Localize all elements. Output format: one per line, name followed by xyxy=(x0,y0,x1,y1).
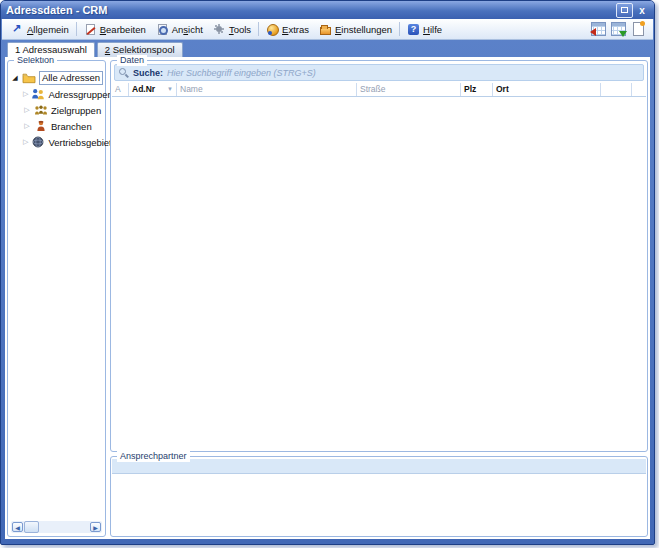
tree-item-zielgruppen[interactable]: ▷Zielgruppen xyxy=(11,102,103,118)
tree-item-label: Adressgruppen xyxy=(48,89,112,100)
menubar-right xyxy=(591,22,649,36)
daten-panel: Daten Suche: Hier Suchbegriff eingeben (… xyxy=(110,60,648,452)
expander-icon[interactable]: ◢ xyxy=(11,74,19,82)
expander-icon[interactable]: ▷ xyxy=(23,106,31,114)
people-two-icon xyxy=(31,88,45,100)
search-label: Suche: xyxy=(133,68,163,78)
search-input[interactable]: Suche: Hier Suchbegriff eingeben (STRG+S… xyxy=(114,64,644,81)
import-address-table-icon[interactable] xyxy=(611,22,626,36)
industry-person-icon xyxy=(34,120,48,132)
address-grid-header: AAd.Nr▼NameStraßePlzOrt xyxy=(112,83,646,97)
scroll-right-icon[interactable]: ▶ xyxy=(90,522,101,532)
scrollbar-thumb[interactable] xyxy=(24,521,39,533)
people-three-icon xyxy=(34,104,48,116)
edit-page-icon xyxy=(86,24,95,35)
column-header-ort[interactable]: Ort xyxy=(493,83,601,96)
menu-label: Hilfe xyxy=(423,24,442,35)
export-address-table-icon[interactable] xyxy=(591,22,606,36)
contacts-side-scrollbar xyxy=(633,477,646,534)
tree-item-label: Zielgruppen xyxy=(51,105,101,116)
menu-item-bearbeiten[interactable]: Bearbeiten xyxy=(79,21,151,38)
content-area: Selektion ◢Alle Adressen▷Adressgruppen▷Z… xyxy=(5,57,650,539)
close-button[interactable]: x xyxy=(635,4,649,17)
menu-label: Tools xyxy=(229,24,251,35)
column-header-strasse[interactable]: Straße xyxy=(357,83,461,96)
search-placeholder: Hier Suchbegriff eingeben (STRG+S) xyxy=(167,68,316,78)
menu-bar: AllgemeinBearbeitenAnsichtToolsExtrasEin… xyxy=(2,19,653,40)
menu-label: Ansicht xyxy=(172,24,203,35)
new-document-icon[interactable] xyxy=(633,22,644,36)
tree-item-root[interactable]: ◢Alle Adressen xyxy=(11,70,103,86)
menu-item-tools[interactable]: Tools xyxy=(208,21,256,38)
tree-item-vertriebsgebiete[interactable]: ▷Vertriebsgebiete xyxy=(11,134,103,150)
menu-item-ansicht[interactable]: Ansicht xyxy=(151,21,208,38)
sort-desc-icon: ▼ xyxy=(167,83,173,96)
scroll-left-icon[interactable]: ◀ xyxy=(12,522,23,532)
tab-row: 1 Adressauswahl2 Selektionspool xyxy=(7,41,183,57)
column-header-name[interactable]: Name xyxy=(177,83,357,96)
ansprechpartner-panel: Ansprechpartner xyxy=(110,456,648,537)
screen: Adressdaten - CRM x AllgemeinBearbeitenA… xyxy=(0,0,659,548)
tree-item-branchen[interactable]: ▷Branchen xyxy=(11,118,103,134)
tree-item-label: Vertriebsgebiete xyxy=(48,137,117,148)
menu-item-extras[interactable]: Extras xyxy=(261,21,314,38)
tree: ◢Alle Adressen▷Adressgruppen▷Zielgruppen… xyxy=(8,61,105,152)
menu-label: Bearbeiten xyxy=(100,24,146,35)
menu-items: AllgemeinBearbeitenAnsichtToolsExtrasEin… xyxy=(6,21,447,38)
restore-icon xyxy=(621,7,628,13)
app-window: Adressdaten - CRM x AllgemeinBearbeitenA… xyxy=(0,0,655,545)
globe-icon xyxy=(31,136,45,148)
tree-root-label: Alle Adressen xyxy=(39,71,103,85)
address-grid: AAd.Nr▼NameStraßePlzOrt xyxy=(112,83,646,97)
menu-item-allgemein[interactable]: Allgemein xyxy=(6,21,74,38)
expander-icon[interactable]: ▷ xyxy=(23,122,31,130)
menu-separator xyxy=(258,22,259,36)
column-chooser-button[interactable] xyxy=(632,83,646,96)
extras-icon xyxy=(266,23,279,36)
view-icon xyxy=(158,24,167,35)
menu-item-einstellungen[interactable]: Einstellungen xyxy=(314,21,397,38)
arrow-ne-icon xyxy=(11,23,24,36)
tree-item-adressgruppen[interactable]: ▷Adressgruppen xyxy=(11,86,103,102)
column-header-adnr[interactable]: Ad.Nr▼ xyxy=(129,83,177,96)
tab-adressauswahl[interactable]: 1 Adressauswahl xyxy=(7,42,95,57)
expander-icon[interactable]: ▷ xyxy=(23,90,28,98)
contacts-grid-header xyxy=(112,459,646,474)
ansprechpartner-panel-title: Ansprechpartner xyxy=(117,451,190,462)
menu-label: Extras xyxy=(282,24,309,35)
menu-separator xyxy=(76,22,77,36)
menu-separator xyxy=(399,22,400,36)
folder-open-icon xyxy=(22,72,36,84)
restore-button[interactable] xyxy=(616,3,633,18)
settings-icon xyxy=(320,27,331,35)
window-title: Adressdaten - CRM xyxy=(6,4,613,16)
expander-icon[interactable]: ▷ xyxy=(23,138,28,146)
column-header-icon[interactable]: A xyxy=(112,83,129,96)
menu-label: Allgemein xyxy=(27,24,69,35)
tree-item-label: Branchen xyxy=(51,121,92,132)
menu-item-hilfe[interactable]: Hilfe xyxy=(402,21,447,38)
help-icon xyxy=(408,24,419,35)
column-header-filler xyxy=(601,83,632,96)
tree-horizontal-scrollbar[interactable]: ◀ ▶ xyxy=(11,521,102,533)
search-icon xyxy=(119,68,129,78)
selektion-panel: Selektion ◢Alle Adressen▷Adressgruppen▷Z… xyxy=(7,60,106,537)
tools-icon xyxy=(213,23,226,36)
column-header-plz[interactable]: Plz xyxy=(461,83,493,96)
daten-panel-title: Daten xyxy=(117,55,147,66)
title-bar[interactable]: Adressdaten - CRM x xyxy=(1,1,654,19)
menu-label: Einstellungen xyxy=(335,24,392,35)
